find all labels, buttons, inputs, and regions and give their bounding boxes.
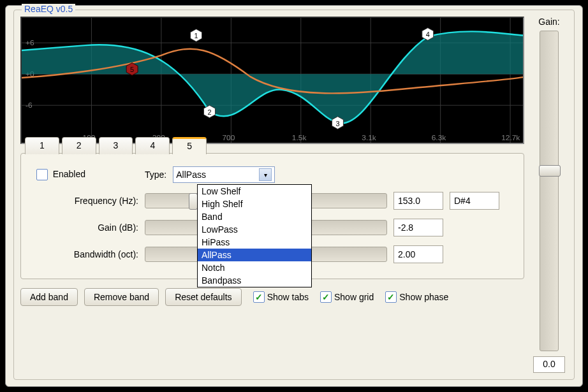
y-tick: -6 [26, 101, 33, 110]
band-marker-5[interactable]: 5 [126, 63, 138, 76]
enabled-label: Enabled [53, 169, 85, 179]
band-marker-3[interactable]: 3 [332, 117, 344, 129]
show-phase-label: Show phase [399, 292, 448, 302]
tab-4[interactable]: 4 [135, 137, 170, 154]
type-option[interactable]: Bandpass [198, 274, 311, 287]
svg-text:2: 2 [207, 108, 211, 116]
svg-text:1: 1 [195, 32, 198, 40]
x-tick: 3.1k [362, 133, 376, 142]
type-option[interactable]: HiPass [198, 236, 311, 249]
show-grid-checkbox[interactable] [320, 291, 332, 303]
type-label: Type: [145, 170, 166, 180]
band-marker-1[interactable]: 1 [191, 29, 202, 42]
y-tick: +6 [26, 38, 34, 47]
remove-band-button[interactable]: Remove band [84, 288, 159, 306]
x-tick: 1.5k [292, 133, 307, 142]
frequency-slider-thumb[interactable] [189, 193, 198, 210]
chevron-down-icon: ▾ [259, 168, 272, 181]
enabled-checkbox[interactable] [36, 169, 48, 180]
gain-label: Gain (dB): [30, 222, 145, 233]
band-marker-2[interactable]: 2 [204, 105, 216, 118]
bandwidth-input[interactable] [393, 245, 443, 263]
svg-text:5: 5 [130, 66, 134, 73]
frequency-input[interactable] [393, 192, 443, 210]
frequency-note-input[interactable] [450, 192, 499, 210]
tab-2[interactable]: 2 [62, 137, 96, 154]
eq-graph[interactable]: +6 +0 -6 100 300 700 1.5k 3.1k 6.3k 12.7… [20, 17, 524, 144]
master-gain-label: Gain: [538, 17, 559, 27]
show-grid-label: Show grid [334, 292, 374, 302]
x-tick: 700 [222, 133, 235, 142]
frequency-label: Frequency (Hz): [30, 196, 145, 206]
type-option[interactable]: LowPass [198, 223, 311, 236]
bandwidth-label: Bandwidth (oct): [30, 249, 145, 259]
gain-input[interactable] [393, 219, 443, 236]
svg-text:3: 3 [335, 120, 339, 127]
type-dropdown-list[interactable]: Low Shelf High Shelf Band LowPass HiPass… [197, 184, 312, 287]
svg-text:4: 4 [426, 31, 430, 39]
band-marker-4[interactable]: 4 [422, 28, 434, 41]
show-phase-checkbox[interactable] [385, 291, 397, 303]
tab-5[interactable]: 5 [172, 137, 207, 154]
master-gain-slider[interactable] [540, 31, 559, 351]
type-select-value: AllPass [176, 170, 206, 180]
type-option[interactable]: Band [198, 210, 311, 223]
tab-1[interactable]: 1 [25, 137, 59, 154]
master-gain-slider-thumb[interactable] [539, 165, 561, 177]
x-tick: 6.3k [432, 133, 446, 142]
type-select[interactable]: AllPass ▾ [173, 166, 275, 183]
tab-3[interactable]: 3 [99, 137, 133, 154]
x-tick: 12.7k [501, 133, 520, 142]
show-tabs-checkbox[interactable] [253, 291, 265, 303]
type-option[interactable]: High Shelf [198, 198, 311, 210]
type-option[interactable]: AllPass [198, 249, 311, 261]
window-title: ReaEQ v0.5 [22, 4, 75, 14]
add-band-button[interactable]: Add band [20, 288, 78, 306]
type-option[interactable]: Notch [198, 261, 311, 274]
show-tabs-label: Show tabs [267, 292, 309, 302]
type-option[interactable]: Low Shelf [198, 185, 311, 198]
reset-defaults-button[interactable]: Reset defaults [165, 288, 242, 306]
master-gain-value[interactable]: 0.0 [533, 356, 565, 373]
